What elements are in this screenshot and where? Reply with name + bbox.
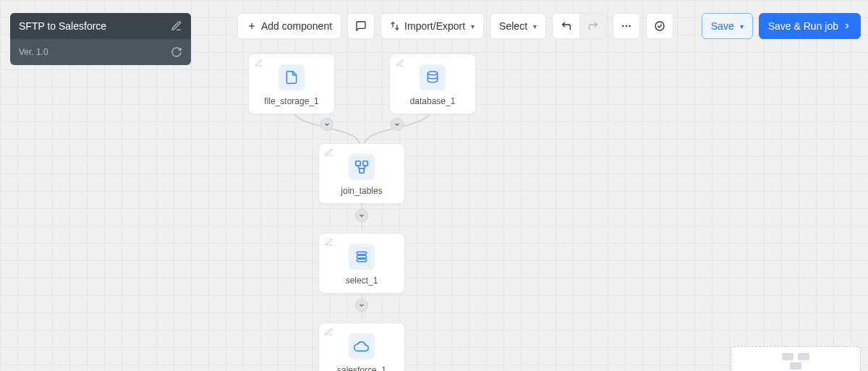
svg-rect-3	[359, 169, 364, 173]
undo-button[interactable]	[552, 13, 579, 39]
node-label: select_1	[322, 276, 401, 286]
redo-button[interactable]	[579, 13, 607, 39]
svg-point-0	[427, 72, 437, 75]
check-circle-icon	[654, 20, 665, 32]
svg-rect-6	[357, 259, 366, 261]
svg-point-12	[655, 22, 664, 30]
button-label: Save & Run job	[768, 20, 838, 32]
edit-icon[interactable]	[325, 148, 333, 157]
svg-rect-2	[363, 161, 367, 166]
cloud-icon	[349, 333, 375, 359]
comment-icon	[355, 20, 367, 32]
refresh-icon[interactable]	[171, 46, 182, 58]
chevron-down-icon: ▾	[740, 22, 744, 30]
node-label: salesforce_1	[322, 365, 401, 371]
svg-rect-4	[357, 252, 366, 254]
more-button[interactable]	[613, 13, 640, 39]
button-label: Add component	[261, 20, 332, 32]
job-title: SFTP to Salesforce	[19, 20, 106, 32]
import-export-button[interactable]: Import/Export ▾	[380, 13, 484, 39]
minimap[interactable]	[731, 346, 861, 371]
edit-icon[interactable]	[325, 328, 333, 336]
join-icon	[349, 154, 375, 180]
minimap-node	[782, 353, 793, 360]
minimap-node	[790, 362, 801, 370]
more-icon	[621, 20, 632, 32]
validate-button[interactable]	[646, 13, 673, 39]
edit-icon[interactable]	[171, 20, 182, 32]
add-component-button[interactable]: Add component	[237, 13, 341, 39]
chevron-right-icon	[843, 22, 851, 30]
connector-join-out[interactable]	[355, 209, 368, 222]
edit-icon[interactable]	[255, 59, 263, 67]
button-label: Select	[499, 20, 527, 32]
node-salesforce[interactable]: salesforce_1	[318, 323, 405, 371]
undo-icon	[561, 20, 572, 32]
minimap-node	[798, 353, 809, 360]
job-version: Ver. 1.0	[19, 47, 48, 57]
connector-select-out[interactable]	[355, 299, 368, 312]
node-database[interactable]: database_1	[389, 54, 476, 114]
toolbar: Add component Import/Export ▾ Select ▾ S…	[237, 13, 861, 39]
comment-button[interactable]	[347, 13, 375, 39]
chevron-down-icon: ▾	[471, 22, 475, 30]
swap-icon	[390, 21, 400, 31]
connector-db-out[interactable]	[391, 118, 404, 131]
rows-icon	[349, 244, 375, 270]
job-info-panel: SFTP to Salesforce Ver. 1.0	[10, 13, 191, 65]
node-label: file_storage_1	[252, 96, 331, 106]
svg-point-9	[622, 25, 624, 27]
save-run-button[interactable]: Save & Run job	[759, 13, 861, 39]
undo-redo-group	[552, 13, 607, 39]
redo-icon	[587, 20, 599, 32]
connector-file-out[interactable]	[320, 118, 333, 131]
svg-point-10	[626, 25, 627, 27]
chevron-down-icon: ▾	[533, 22, 537, 30]
edit-icon[interactable]	[325, 238, 333, 247]
save-button[interactable]: Save ▾	[702, 13, 753, 39]
button-label: Import/Export	[404, 20, 465, 32]
node-select[interactable]: select_1	[318, 233, 405, 294]
svg-point-11	[629, 25, 630, 27]
file-icon	[278, 64, 305, 90]
select-button[interactable]: Select ▾	[490, 13, 546, 39]
svg-rect-5	[357, 255, 366, 257]
svg-rect-1	[356, 161, 360, 166]
button-label: Save	[711, 20, 734, 32]
edit-icon[interactable]	[396, 59, 404, 67]
database-icon	[420, 64, 446, 90]
node-file-storage[interactable]: file_storage_1	[248, 54, 335, 114]
plus-icon	[247, 21, 257, 31]
node-join-tables[interactable]: join_tables	[318, 143, 405, 204]
node-label: database_1	[393, 96, 472, 106]
node-label: join_tables	[322, 186, 401, 196]
